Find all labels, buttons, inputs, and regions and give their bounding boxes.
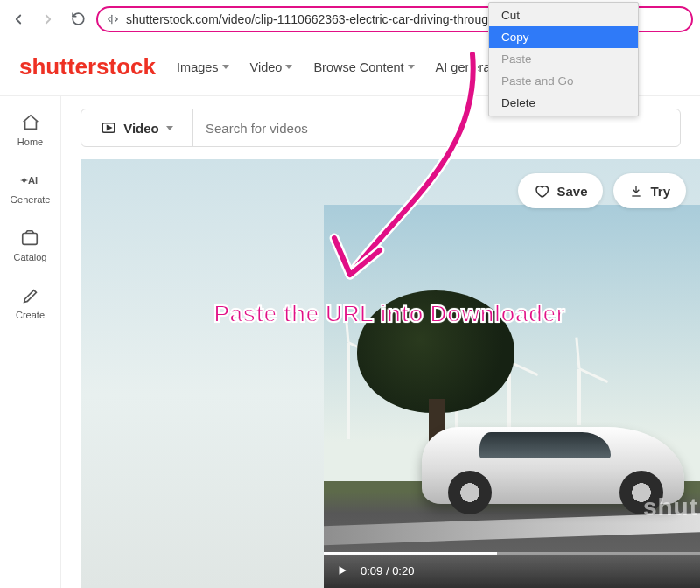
- nav-video[interactable]: Video: [250, 60, 293, 74]
- try-label: Try: [650, 184, 670, 199]
- stage-actions: Save Try: [518, 173, 686, 208]
- home-icon: [20, 112, 41, 133]
- play-icon[interactable]: [336, 564, 348, 577]
- catalog-icon: [19, 228, 40, 248]
- sidebar-label: Home: [18, 136, 43, 147]
- sidebar-label: Generate: [10, 194, 51, 205]
- brand-logo[interactable]: shutterstock: [19, 53, 156, 80]
- forward-button[interactable]: [37, 8, 60, 31]
- svg-marker-5: [340, 566, 346, 574]
- video-controls: 0:09 / 0:20: [324, 553, 700, 588]
- chevron-down-icon: [285, 65, 292, 69]
- search-type-dropdown[interactable]: Video: [81, 109, 193, 146]
- sidebar-home[interactable]: Home: [18, 112, 43, 147]
- video-time: 0:09 / 0:20: [360, 564, 414, 578]
- video-stage: Save Try shut: [80, 159, 700, 588]
- chevron-down-icon: [222, 65, 229, 69]
- watermark: shut: [643, 494, 698, 522]
- svg-marker-4: [108, 126, 112, 130]
- car-graphic: [422, 427, 684, 504]
- reload-button[interactable]: [66, 8, 89, 31]
- chevron-down-icon: [166, 126, 173, 130]
- video-icon: [101, 120, 116, 136]
- sidebar-create[interactable]: Create: [16, 285, 45, 320]
- ctx-paste: Paste: [489, 48, 638, 70]
- chevron-down-icon: [408, 65, 415, 69]
- sparkle-ai-icon: ✦AI: [20, 170, 41, 191]
- create-icon: [20, 285, 41, 306]
- sidebar-label: Catalog: [14, 252, 47, 262]
- save-button[interactable]: Save: [518, 173, 603, 208]
- site-settings-icon[interactable]: [107, 13, 119, 25]
- search-type-label: Video: [123, 121, 159, 136]
- nav-browse[interactable]: Browse Content: [313, 60, 414, 74]
- back-button[interactable]: [7, 8, 30, 31]
- nav-images[interactable]: Images: [177, 60, 229, 74]
- download-icon: [629, 184, 643, 198]
- svg-text:✦AI: ✦AI: [20, 175, 38, 186]
- video-preview[interactable]: shut 0:09 / 0:20: [324, 205, 700, 588]
- search-input[interactable]: [193, 121, 680, 136]
- sidebar-generate[interactable]: ✦AI Generate: [10, 170, 51, 205]
- sidebar: Home ✦AI Generate Catalog Create: [0, 96, 61, 588]
- sidebar-label: Create: [16, 310, 45, 320]
- ctx-copy[interactable]: Copy: [489, 26, 638, 48]
- sidebar-catalog[interactable]: Catalog: [14, 228, 47, 262]
- context-menu: Cut Copy Paste Paste and Go Delete: [488, 2, 639, 116]
- svg-rect-2: [23, 234, 38, 245]
- page-body: Home ✦AI Generate Catalog Create Video: [0, 96, 700, 588]
- ctx-paste-go: Paste and Go: [489, 70, 638, 92]
- heart-icon: [534, 183, 550, 199]
- top-nav: Images Video Browse Content AI generator: [177, 60, 505, 74]
- ctx-cut[interactable]: Cut: [489, 4, 638, 26]
- main-column: Video Save Try: [61, 96, 700, 588]
- ctx-delete[interactable]: Delete: [489, 92, 638, 114]
- try-button[interactable]: Try: [613, 173, 686, 208]
- save-label: Save: [556, 184, 587, 199]
